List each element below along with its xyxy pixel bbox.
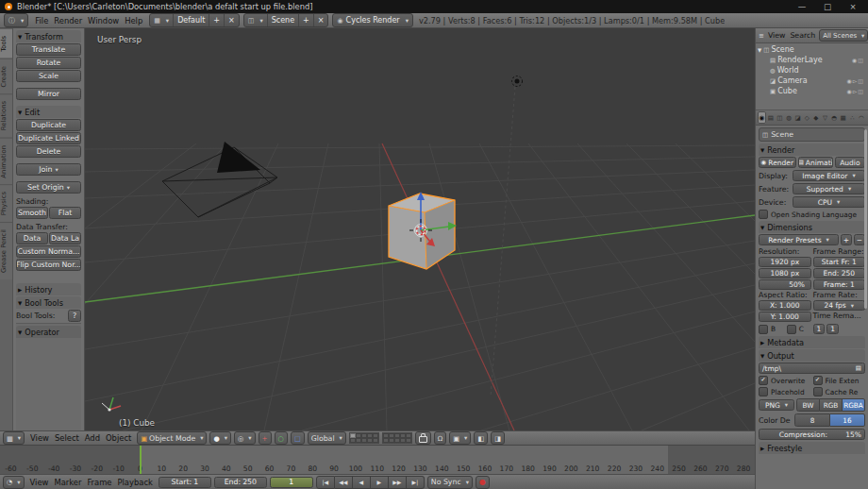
transport-button[interactable]: ▶▶ (389, 476, 407, 489)
viewport-menu[interactable]: Add (82, 433, 103, 443)
set-origin-dropdown[interactable]: Set Origin (16, 181, 81, 194)
current-frame-field[interactable]: 1 (270, 477, 313, 488)
outliner-view-menu[interactable]: View (767, 31, 787, 40)
panel-header-booltools[interactable]: Bool Tools (16, 296, 81, 309)
manipulator-rotate-toggle[interactable]: ○ (275, 431, 288, 445)
transform-button[interactable]: Rotate (16, 57, 81, 69)
shelf-tab[interactable]: Tools (0, 28, 12, 59)
close-button[interactable]: × (843, 2, 863, 11)
mirror-button[interactable]: Mirror (16, 88, 81, 100)
panel-header-operator[interactable]: Operator (16, 326, 81, 338)
placeholders-checkbox[interactable]: Placehold (759, 387, 811, 396)
timeline-menu[interactable]: Marker (51, 478, 84, 487)
sync-mode-dropdown[interactable]: No Sync (427, 476, 473, 489)
aspect-x-field[interactable]: X: 1.000 (759, 300, 811, 311)
viewport-menu[interactable]: Object (103, 433, 134, 443)
layers-grid-right[interactable] (382, 432, 412, 444)
color-depth-16[interactable]: 16 (830, 413, 865, 427)
snap-element-dropdown[interactable]: ▣ (449, 431, 471, 445)
info-editor-type-button[interactable]: ⓘ (5, 14, 27, 26)
infobar-menu[interactable]: Window (85, 16, 122, 25)
lock-to-scene-toggle[interactable] (415, 431, 431, 445)
shelf-tab[interactable]: Relations (0, 93, 12, 137)
transform-button[interactable]: Scale (16, 70, 81, 82)
outliner-search-menu[interactable]: Search (789, 31, 816, 40)
layers-grid-left[interactable] (349, 432, 379, 444)
properties-tab-texture[interactable]: ▦ (839, 111, 847, 124)
resolution-x-field[interactable]: 1920 px (759, 257, 811, 267)
timeline-menu[interactable]: View (27, 478, 52, 487)
osl-checkbox[interactable]: Open Shading Language (759, 210, 865, 219)
manipulator-translate-toggle[interactable]: + (259, 431, 272, 445)
viewport-3d[interactable]: User Persp (1) Cube (85, 28, 755, 430)
scene-add-button[interactable]: + (298, 14, 313, 26)
visibility-toggles[interactable]: ◉▻◫ (846, 88, 866, 94)
scene-delete-button[interactable]: × (313, 14, 328, 26)
timeline-ruler[interactable]: -60-50-40-30-20-100102030405060708090100… (0, 446, 755, 475)
visibility-toggles[interactable]: ◉◫ (852, 57, 866, 63)
panel-header-metadata[interactable]: Metadata (759, 336, 865, 348)
pivot-point-dropdown[interactable]: ◎ (234, 431, 256, 445)
shelf-tab[interactable]: Animation (0, 138, 12, 185)
flip-custom-normal-button[interactable]: Flip Custom Nor... (16, 259, 81, 271)
transport-button[interactable]: ▶| (407, 476, 425, 489)
join-button[interactable]: Join (16, 163, 81, 176)
transport-button[interactable]: ◀ (353, 476, 371, 489)
feature-set-dropdown[interactable]: Supported (793, 183, 865, 194)
edit-button[interactable]: Duplicate Linked (16, 132, 81, 144)
infobar-menu[interactable]: Render (51, 16, 85, 25)
mode-dropdown[interactable]: ▣Object Mode (137, 431, 207, 445)
panel-header-dimensions[interactable]: Dimensions (759, 221, 865, 233)
timeline-editor-type-button[interactable]: ◔ (3, 476, 25, 489)
render-audio-button[interactable]: Audio (835, 157, 865, 168)
properties-tab-constraints[interactable]: ◇ (803, 111, 811, 124)
screen-browse-button[interactable]: ▦ (150, 14, 173, 26)
edit-button[interactable]: Duplicate (16, 119, 81, 131)
screen-add-button[interactable]: + (209, 14, 224, 26)
properties-tab-particles[interactable]: ∴ (848, 111, 857, 124)
transport-button[interactable]: ◀◀ (335, 476, 353, 489)
preset-add-button[interactable]: + (841, 234, 852, 245)
opengl-render-image-button[interactable]: ◧ (474, 431, 488, 445)
output-path-field[interactable]: /tmp\▤ (759, 363, 865, 374)
shade-flat-button[interactable]: Flat (49, 207, 81, 219)
shelf-tab[interactable]: Create (0, 59, 12, 94)
file-format-dropdown[interactable]: PNG (759, 399, 794, 411)
shelf-tab[interactable]: Physics (0, 184, 12, 222)
shelf-tab[interactable]: Grease Pencil (0, 222, 12, 279)
booltools-help-button[interactable]: ? (68, 310, 81, 322)
resolution-y-field[interactable]: 1080 px (759, 268, 811, 278)
render-animation-button[interactable]: ▤Animati (798, 157, 833, 168)
resolution-percentage-slider[interactable]: 50% (759, 279, 811, 290)
frame-start-field[interactable]: Start:1 (159, 477, 211, 488)
outliner-row-camera[interactable]: ◪ Camera ◉▻◫ (758, 76, 866, 86)
data-transfer-layout-button[interactable]: Data La (49, 232, 81, 244)
current-frame-cursor[interactable] (140, 446, 142, 474)
render-button[interactable]: ◉Render (759, 157, 796, 168)
color-depth-8[interactable]: 8 (794, 413, 830, 427)
render-presets-dropdown[interactable]: Render Presets (759, 234, 839, 245)
data-transfer-data-button[interactable]: Data (16, 232, 48, 244)
properties-tab-render-layers[interactable]: ▤ (767, 111, 776, 124)
panel-header-edit[interactable]: Edit (16, 106, 81, 118)
aspect-y-field[interactable]: Y: 1.000 (759, 312, 811, 322)
camera-object[interactable] (162, 142, 277, 217)
frame-start-field-props[interactable]: Start Fr: 1 (813, 257, 866, 267)
edit-button[interactable]: Delete (16, 145, 81, 158)
timeline-menu[interactable]: Frame (84, 478, 114, 487)
device-dropdown[interactable]: CPU (793, 196, 865, 208)
properties-tab-world[interactable]: ◍ (785, 111, 793, 124)
frame-end-field[interactable]: End:250 (214, 477, 267, 488)
color-mode-rgb[interactable]: RGB (820, 398, 843, 412)
minimize-button[interactable]: — (792, 2, 812, 11)
outliner-row-cube[interactable]: ▣ Cube ◉▻◫ (758, 86, 866, 96)
panel-header-transform[interactable]: Transform (16, 30, 81, 42)
file-extensions-checkbox[interactable]: File Exten (813, 376, 866, 385)
properties-tab-render[interactable]: ◉ (758, 111, 766, 124)
border-checkbox[interactable]: B (759, 325, 783, 334)
scene-name[interactable]: Scene (267, 14, 298, 26)
viewport-editor-type-button[interactable]: ▦ (3, 431, 25, 445)
folder-icon[interactable]: ▤ (856, 364, 861, 372)
overwrite-checkbox[interactable]: Overwrite (759, 376, 811, 385)
properties-scrollbar[interactable] (864, 129, 867, 309)
